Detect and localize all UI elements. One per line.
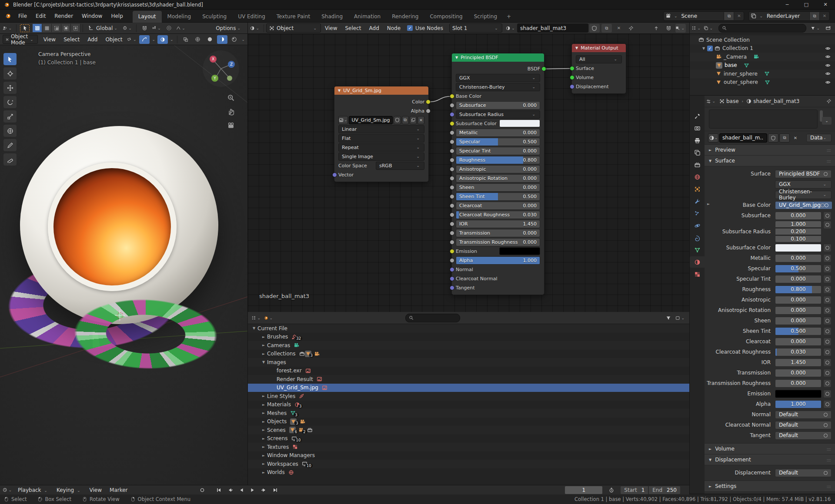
specular-animate-dot[interactable] bbox=[823, 265, 832, 273]
hide-eye-icon[interactable] bbox=[825, 63, 831, 68]
viewport-menu-select[interactable]: Select bbox=[60, 36, 84, 43]
file-row-worlds[interactable]: ►Worlds bbox=[248, 468, 689, 477]
distribution-dropdown[interactable]: GGX⌄ bbox=[456, 74, 540, 82]
filter-icon[interactable]: ⌄ bbox=[811, 24, 821, 33]
clearcoat-roughness-slider[interactable]: 0.030 bbox=[775, 348, 822, 356]
editor-type-timeline-icon[interactable]: ⌄ bbox=[3, 486, 13, 494]
editor-type-outliner2-icon[interactable]: ⌄ bbox=[251, 314, 262, 322]
image-unlink-icon[interactable]: ✕ bbox=[418, 116, 424, 124]
node-socket[interactable] bbox=[450, 267, 454, 272]
node-socket[interactable] bbox=[450, 258, 454, 263]
add-workspace-button[interactable]: + bbox=[503, 11, 515, 23]
tab-texture-paint[interactable]: Texture Paint bbox=[271, 11, 316, 23]
outliner-row-collection-1[interactable]: ▼✓Collection 1 bbox=[690, 44, 835, 53]
options-dropdown[interactable]: Options⌄ bbox=[213, 24, 245, 33]
breadcrumb-pin-icon[interactable] bbox=[826, 99, 832, 104]
base-color-texture-button[interactable]: UV_Grid_Sm.jpg bbox=[775, 201, 832, 209]
tab-uv-editing[interactable]: UV Editing bbox=[232, 11, 271, 23]
metallic-animate-dot[interactable] bbox=[823, 254, 832, 262]
material-browse-icon[interactable]: ⌄ bbox=[506, 24, 516, 33]
menu-render[interactable]: Render bbox=[50, 11, 77, 21]
file-row-brushes[interactable]: ►Brushes32 bbox=[248, 333, 689, 342]
principled-bsdf-node[interactable]: ▼Principled BSDF BSDF GGX⌄ Christensen-B… bbox=[451, 53, 544, 295]
node-socket[interactable] bbox=[450, 94, 454, 99]
node-socket[interactable] bbox=[450, 212, 454, 217]
sheen-tint-animate-dot[interactable] bbox=[823, 327, 832, 335]
file-row-meshes[interactable]: ►Meshes3 bbox=[248, 409, 689, 418]
subsurface-radius-vector[interactable]: 1.0000.2000.100 bbox=[775, 221, 822, 242]
render-layer-selector[interactable]: ⌄ RenderLayer ⧉ ✕ bbox=[748, 11, 830, 21]
orientation-dropdown[interactable]: Global ⌄ bbox=[85, 24, 122, 33]
blender-menu-icon[interactable] bbox=[4, 13, 11, 19]
tab-rendering[interactable]: Rendering bbox=[386, 11, 424, 23]
maximize-button[interactable]: □ bbox=[797, 2, 816, 7]
section-surface[interactable]: ▼Surface:::: bbox=[705, 156, 835, 166]
image-extension-dropdown[interactable]: Repeat⌄ bbox=[338, 143, 424, 152]
alpha-animate-dot[interactable] bbox=[823, 400, 832, 408]
image-texture-node[interactable]: ▼UV_Grid_Sm.jpg ColorAlpha ⌄ UV_Grid_Sm.… bbox=[334, 86, 429, 182]
shading-solid-icon[interactable] bbox=[205, 35, 215, 44]
visibility-icon[interactable]: ⌄ bbox=[127, 35, 137, 44]
material-unlink-icon[interactable]: ✕ bbox=[614, 24, 624, 33]
bsdf-node-header[interactable]: ▼Principled BSDF bbox=[452, 53, 544, 62]
properties-editor-icon[interactable]: ⌄ bbox=[706, 97, 717, 106]
node-socket[interactable] bbox=[570, 84, 574, 89]
anisotropic-animate-dot[interactable] bbox=[823, 296, 832, 304]
next-keyframe-button[interactable] bbox=[259, 486, 269, 494]
blend-file-mode-icon[interactable]: ⌄ bbox=[264, 314, 274, 322]
image-name-field[interactable]: UV_Grid_Sm.jpg bbox=[349, 116, 393, 124]
sheen-animate-dot[interactable] bbox=[823, 317, 832, 325]
specular-slider[interactable]: 0.500 bbox=[775, 265, 822, 273]
properties-tab-wrench[interactable] bbox=[690, 196, 705, 207]
anisotropic-slider[interactable]: 0.000 bbox=[775, 296, 822, 304]
properties-tab-mesh-data[interactable] bbox=[690, 244, 705, 255]
subsurface-slider[interactable]: Subsurface0.000 bbox=[456, 101, 540, 109]
anisotropic-rotation-slider[interactable]: Anisotropic Rotation0.000 bbox=[456, 174, 540, 182]
properties-tab-material[interactable] bbox=[690, 256, 705, 268]
node-socket[interactable] bbox=[450, 249, 454, 254]
properties-tab-output[interactable] bbox=[690, 135, 705, 146]
image-node-header[interactable]: ▼UV_Grid_Sm.jpg bbox=[334, 86, 428, 95]
node-socket[interactable] bbox=[332, 172, 337, 177]
specular-slider[interactable]: Specular0.500 bbox=[456, 138, 540, 146]
file-row-materials[interactable]: ►Materials3 bbox=[248, 401, 689, 409]
tangent-button[interactable]: Default bbox=[775, 431, 832, 440]
proportional-edit-icon[interactable] bbox=[164, 24, 174, 33]
transmission-slider[interactable]: Transmission0.000 bbox=[456, 229, 540, 237]
camera-view-icon[interactable] bbox=[227, 122, 235, 129]
shader-menu-select[interactable]: Select bbox=[341, 25, 365, 31]
snap-magnet-icon[interactable] bbox=[140, 24, 150, 33]
file-row-line-styles[interactable]: ►Line Styles bbox=[248, 392, 689, 401]
jump-start-button[interactable] bbox=[214, 486, 224, 494]
tab-compositing[interactable]: Compositing bbox=[424, 11, 468, 23]
node-socket[interactable] bbox=[450, 194, 454, 199]
select-mode-invert[interactable] bbox=[61, 24, 71, 32]
scene-copy-icon[interactable]: ⧉ bbox=[724, 12, 734, 20]
display-mode-icon[interactable]: ⌄ bbox=[704, 24, 714, 33]
christensen-burley-select[interactable]: Christensen-Burley⌄ bbox=[775, 191, 832, 199]
snapping-node-icon[interactable] bbox=[663, 24, 674, 33]
roughness-slider[interactable]: 0.800 bbox=[775, 285, 822, 294]
snap-target-icon[interactable]: ⌄ bbox=[152, 24, 162, 33]
tab-modeling[interactable]: Modeling bbox=[162, 11, 197, 23]
hide-eye-icon[interactable] bbox=[825, 71, 831, 76]
shader-menu-node[interactable]: Node bbox=[383, 25, 404, 31]
image-source-dropdown[interactable]: Single Image⌄ bbox=[338, 153, 424, 161]
anisotropic-rotation-animate-dot[interactable] bbox=[823, 306, 832, 315]
viewport-menu-view[interactable]: View bbox=[40, 36, 60, 43]
sheen-tint-slider[interactable]: 0.500 bbox=[775, 327, 822, 335]
node-socket[interactable] bbox=[570, 66, 574, 71]
viewport-menu-add[interactable]: Add bbox=[84, 36, 101, 43]
slot-dropdown[interactable]: Slot 1⌄ bbox=[449, 23, 502, 33]
sheen-slider[interactable]: Sheen0.000 bbox=[456, 183, 540, 192]
tab-sculpting[interactable]: Sculpting bbox=[197, 11, 232, 23]
specular-tint-slider[interactable]: 0.000 bbox=[775, 275, 822, 283]
scene-selector[interactable]: ⌄ Scene ⧉ ✕ bbox=[663, 11, 745, 21]
node-socket[interactable] bbox=[450, 139, 454, 144]
anisotropic-slider[interactable]: Anisotropic0.000 bbox=[456, 165, 540, 173]
render-layer-unlink-icon[interactable]: ✕ bbox=[819, 12, 829, 20]
section-volume[interactable]: ►Volume:::: bbox=[705, 444, 835, 454]
menu-help[interactable]: Help bbox=[107, 11, 127, 21]
outliner-search-input[interactable] bbox=[718, 24, 806, 33]
color-space-dropdown[interactable]: sRGB⌄ bbox=[376, 162, 424, 170]
